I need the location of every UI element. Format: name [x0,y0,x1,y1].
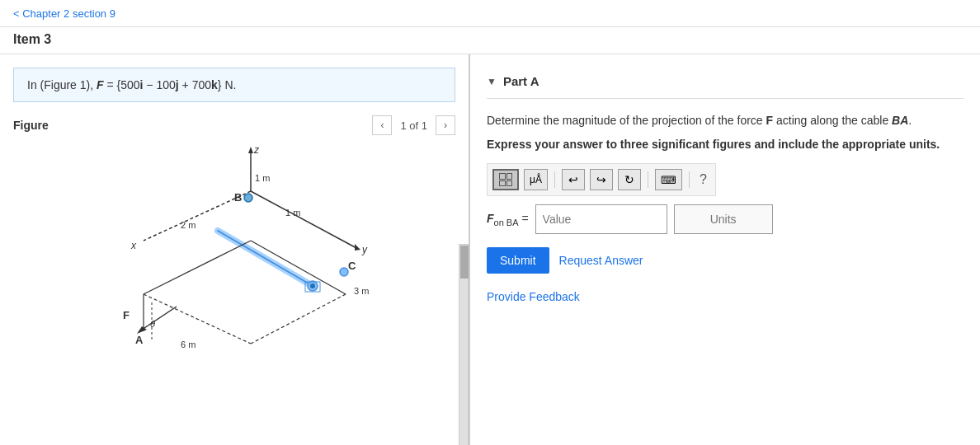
svg-text:F: F [123,309,130,321]
top-nav: < Chapter 2 section 9 [0,0,980,27]
svg-line-3 [251,191,358,249]
f-label: F [487,212,494,225]
special-chars-button[interactable]: μÅ [524,169,548,190]
next-figure-button[interactable]: › [436,115,455,135]
force-label: F [97,78,104,91]
right-panel: ▼ Part A Determine the magnitude of the … [470,54,980,445]
svg-text:C: C [348,260,356,272]
value-input[interactable] [535,204,667,234]
problem-math: = {500 [104,78,140,91]
left-panel: In (Figure 1), F = {500i − 100j + 700k} … [0,54,470,445]
svg-marker-1 [248,147,253,153]
svg-text:z: z [253,144,260,156]
grid-cell-2 [506,173,513,180]
grid-icon [499,173,512,186]
svg-text:1 m: 1 m [255,173,270,183]
refresh-icon: ↻ [624,173,634,186]
part-header: ▼ Part A [487,68,964,99]
answer-toolbar: μÅ ↩ ↪ ↻ ⌨ [487,163,716,196]
keyboard-button[interactable]: ⌨ [655,169,682,190]
request-answer-link[interactable]: Request Answer [559,254,643,267]
undo-button[interactable]: ↩ [562,169,585,190]
svg-text:6 m: 6 m [181,340,196,349]
problem-prefix: In (Figure 1), [27,78,97,91]
plus-sign: + 700 [179,78,211,91]
svg-text:3 m: 3 m [354,286,369,296]
scroll-bar[interactable] [459,244,469,445]
svg-text:y: y [361,244,368,255]
keyboard-icon: ⌨ [661,174,676,186]
svg-line-16 [251,241,346,294]
scroll-thumb [460,246,469,279]
svg-text:x: x [130,240,137,251]
page-indicator: 1 of 1 [395,119,432,132]
grid-cell-1 [499,173,506,180]
units-n: } N. [218,78,237,91]
svg-line-18 [251,294,346,344]
answer-label: Fon BA = [487,212,529,227]
figure-svg: z y x B 1 m [61,142,408,372]
svg-text:1 m: 1 m [285,208,300,218]
svg-marker-4 [355,244,360,251]
prev-figure-button[interactable]: ‹ [372,115,392,135]
help-button[interactable]: ? [696,172,710,187]
svg-line-15 [144,241,251,294]
item-title: Item 3 [0,27,980,54]
grid-cell-4 [506,180,513,187]
svg-point-23 [310,283,315,288]
refresh-button[interactable]: ↻ [618,169,641,190]
figure-label: Figure [13,119,49,132]
provide-feedback-link[interactable]: Provide Feedback [487,290,580,303]
question-text: Determine the magnitude of the projectio… [487,112,964,153]
matrix-button[interactable] [492,169,519,190]
svg-line-28 [139,307,177,331]
toolbar-sep-3 [689,171,690,188]
express-bold: Express your answer to three significant… [487,138,940,151]
submit-button[interactable]: Submit [487,247,549,274]
units-input[interactable] [674,204,773,234]
question-line2: Express your answer to three significant… [487,136,964,153]
k-unit: k [211,78,218,91]
collapse-arrow[interactable]: ▼ [487,76,497,87]
toolbar-sep-1 [554,171,555,188]
grid-cell-3 [499,180,506,187]
minus-sign: − 100 [143,78,175,91]
mu-label: μÅ [530,174,542,185]
svg-text:2 m: 2 m [181,220,196,230]
page-container: < Chapter 2 section 9 Item 3 In (Figure … [0,0,980,445]
on-ba-sub: on BA [494,217,519,227]
svg-point-25 [340,268,348,276]
back-link[interactable]: < Chapter 2 section 9 [13,7,115,20]
part-label: Part A [503,74,539,88]
figure-area: z y x B 1 m [61,142,408,372]
question-line1: Determine the magnitude of the projectio… [487,112,964,129]
answer-row: Fon BA = [487,204,964,234]
svg-line-14 [218,231,313,286]
svg-text:A: A [135,334,144,346]
force-bold: F [766,114,774,127]
figure-nav: ‹ 1 of 1 › [372,115,455,135]
redo-button[interactable]: ↪ [590,169,613,190]
figure-header: Figure ‹ 1 of 1 › [13,115,455,135]
problem-statement: In (Figure 1), F = {500i − 100j + 700k} … [13,68,455,102]
buttons-row: Submit Request Answer [487,247,964,274]
svg-text:B: B [234,191,242,204]
svg-line-17 [144,294,251,344]
redo-icon: ↪ [596,173,606,186]
toolbar-sep-2 [648,171,648,188]
main-content: In (Figure 1), F = {500i − 100j + 700k} … [0,54,980,445]
undo-icon: ↩ [568,173,578,186]
cable-label: BA [892,114,908,127]
svg-point-11 [244,194,252,202]
